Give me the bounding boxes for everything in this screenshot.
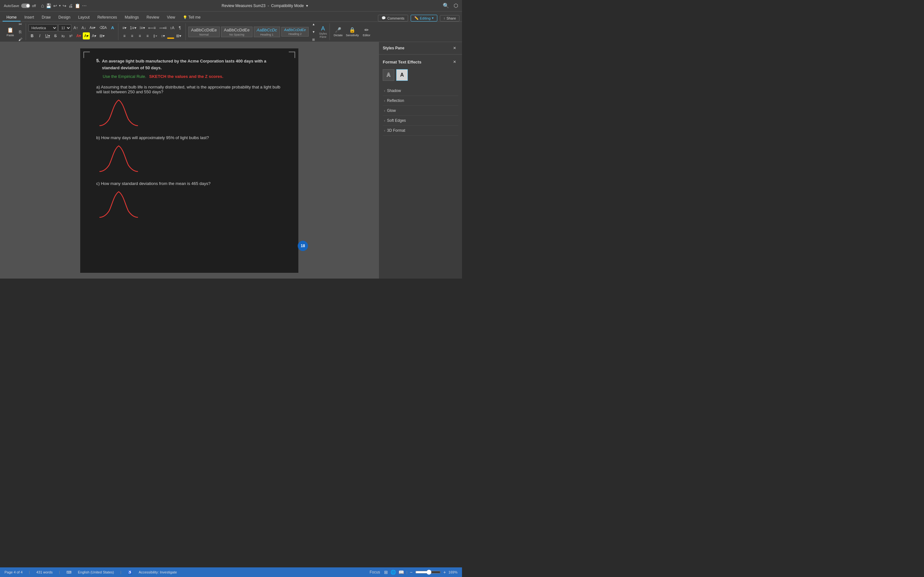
sidebar-header: Styles Pane ✕ [379,42,462,55]
editing-button[interactable]: ✏️ Editing ▾ [411,15,438,21]
print-icon[interactable]: 🖨 [68,3,73,8]
document-page[interactable]: 5. An average light bulb manufactured by… [80,48,298,273]
shading-fill-button[interactable] [167,37,174,39]
more-icon[interactable]: ⋯ [82,3,87,8]
corner-mark-tl [83,52,90,58]
decrease-indent-button[interactable]: ⟵≡ [147,24,157,31]
soft-edges-effect[interactable]: › Soft Edges [383,116,458,126]
bold-button[interactable]: B [29,32,36,39]
format-effects-title: Format Text Effects ✕ [383,58,458,65]
style-heading1[interactable]: AaBbCcDc Heading 1 [254,27,280,37]
bullets-button[interactable]: ≡▾ [121,24,128,31]
borders-btn2[interactable]: ⊞▾ [175,32,183,39]
styles-gallery-group: AaBbCcDdEe Normal AaBbCcDdEe No Spacing … [186,23,330,40]
styles-scroll-down[interactable]: ▼ [310,28,317,35]
tab-design[interactable]: Design [55,14,74,21]
font-group: Helvetica 11 A↑ A↓ Aa▾ ⌫A A B I U▾ S [27,23,118,40]
tab-layout[interactable]: Layout [74,14,94,21]
share-icon[interactable]: ⬡ [454,3,458,9]
styles-pane-title: Styles Pane [383,46,404,50]
sort-button[interactable]: ↕A [169,24,176,31]
numbering-button[interactable]: 1≡▾ [129,24,137,31]
ribbon: Home Insert Draw Design Layout Reference… [0,11,462,42]
align-center-button[interactable]: ≡ [129,32,136,39]
increase-font-button[interactable]: A↑ [72,24,79,31]
text-effects-btn[interactable]: A [109,24,116,31]
align-left-button[interactable]: ≡ [121,32,128,39]
italic-button[interactable]: I [36,32,43,39]
sidebar-close-button[interactable]: ✕ [451,45,458,52]
cut-button[interactable]: ✂ [17,21,24,27]
style-normal-label: Normal [191,33,217,36]
line-spacing-button[interactable]: ↕▾ [160,32,166,39]
multilevel-list-button[interactable]: ⁞≡▾ [138,24,146,31]
text-filled-btn[interactable]: A [396,69,408,81]
clear-format-button[interactable]: ⌫A [98,24,108,31]
dictate-button[interactable]: 🎤 Dictate [333,24,344,39]
clipboard-group: 📋 Paste ✂ ⎘ 🖌 [3,23,26,40]
shadow-chevron: › [384,89,385,93]
home-icon[interactable]: ⌂ [41,3,44,9]
document-area: 5. An average light bulb manufactured by… [0,42,379,279]
search-icon[interactable]: 🔍 [443,3,449,9]
3d-format-effect[interactable]: › 3D Format [383,126,458,135]
font-selector[interactable]: Helvetica [29,24,57,31]
style-heading2[interactable]: AaBbCcDdEe Heading 2 [281,27,309,37]
copy-button[interactable]: ⎘ [17,28,24,35]
style-heading1-label: Heading 1 [257,33,277,36]
tab-draw[interactable]: Draw [38,14,55,21]
dictate-icon: 🎤 [335,27,341,33]
change-case-button[interactable]: Aa▾ [88,24,97,31]
tab-references[interactable]: References [94,14,121,21]
strikethrough-button[interactable]: S [52,32,59,39]
justify-button[interactable]: ≡ [144,32,151,39]
save-icon[interactable]: 💾 [46,3,51,8]
undo-icon[interactable]: ↩ [53,3,57,8]
text-outline-btn[interactable]: A [383,69,394,81]
redo-icon[interactable]: ↪ [63,3,66,8]
comments-button[interactable]: 💬 Comments [378,15,408,21]
superscript-button[interactable]: x² [67,32,74,39]
panel-buttons: 💬 Comments ✏️ Editing ▾ ↑ Share [378,15,459,21]
sensitivity-button[interactable]: 🔒 Sensitivity [344,24,360,39]
show-formatting-button[interactable]: ¶ [176,24,184,31]
font-size-selector[interactable]: 11 [58,24,71,31]
align-right-button[interactable]: ≡ [136,32,144,39]
tab-mailings[interactable]: Mailings [121,14,143,21]
editor-button[interactable]: ✏ Editor [361,24,373,39]
bell-curve-a [96,97,138,129]
style-normal[interactable]: AaBbCcDdEe Normal [188,27,220,37]
highlight-button[interactable]: A▾ [83,32,90,39]
sub-question-c: c) How many standard deviations from the… [96,181,282,221]
tab-tell-me[interactable]: 💡 Tell me [179,14,204,21]
share-button[interactable]: ↑ Share [440,15,459,21]
format-effects-close[interactable]: ✕ [451,58,458,65]
reflection-chevron: › [384,99,385,103]
paste-button[interactable]: 📋 Paste [5,24,16,39]
styles-pane-button[interactable]: A Styles Pane [318,25,328,39]
subscript-button[interactable]: x₂ [60,32,67,39]
editing-dropdown[interactable]: ▾ [432,16,434,20]
font-color-button[interactable]: A▾ [75,32,82,39]
sub-q-c-text: c) How many standard deviations from the… [96,181,282,186]
style-nospacing[interactable]: AaBbCcDdEe No Spacing [221,27,252,37]
undo-dropdown-icon[interactable]: ▾ [59,4,61,7]
shadow-effect[interactable]: › Shadow [383,86,458,96]
autosave-toggle[interactable] [21,3,30,8]
decrease-font-button[interactable]: A↓ [80,24,87,31]
reflection-effect[interactable]: › Reflection [383,96,458,106]
paste-icon: 📋 [7,27,13,33]
tab-review[interactable]: Review [143,14,163,21]
glow-effect[interactable]: › Glow [383,106,458,116]
shading-button[interactable]: A▾ [90,32,97,39]
columns-button[interactable]: ⫿▾ [152,32,159,39]
question-bold-text: An average light bulb manufactured by th… [102,59,266,70]
styles-scroll-up[interactable]: ▲ [310,21,317,27]
increase-indent-button[interactable]: ⟶≡ [158,24,168,31]
underline-button[interactable]: U▾ [44,32,51,39]
clipboard-icon[interactable]: 📋 [75,3,80,8]
border-button[interactable]: ⊞▾ [98,32,106,39]
bell-curve-b-svg [96,143,141,175]
comment-bubble[interactable]: 18 [298,241,308,251]
tab-view[interactable]: View [163,14,179,21]
